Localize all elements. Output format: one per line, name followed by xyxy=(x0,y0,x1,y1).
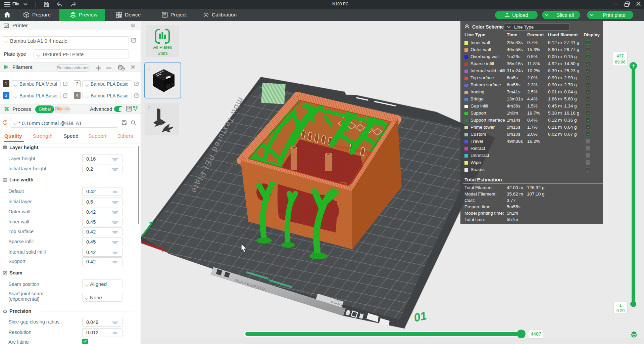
svg-text:01: 01 xyxy=(413,309,428,324)
